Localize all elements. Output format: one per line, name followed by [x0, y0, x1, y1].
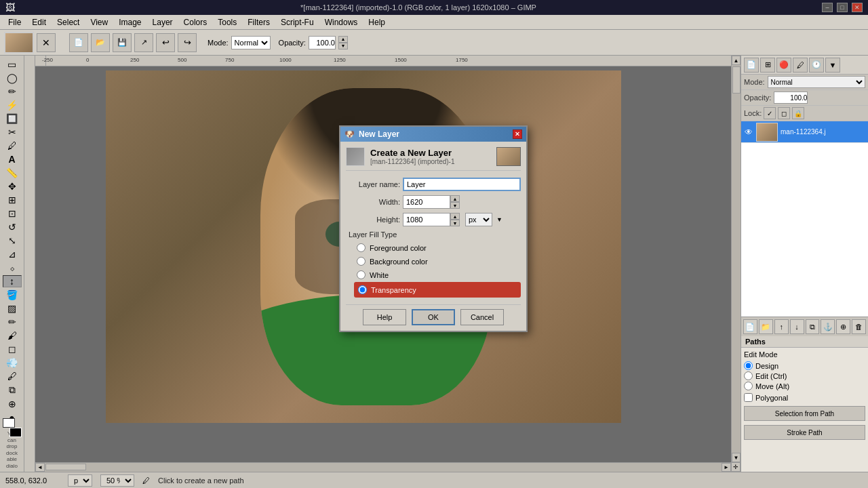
help-button[interactable]: Help	[363, 309, 406, 325]
move-radio[interactable]	[744, 382, 753, 390]
mode-select[interactable]: Normal	[231, 36, 271, 49]
new-layer-panel-icon[interactable]: 📄	[744, 58, 759, 73]
menu-edit[interactable]: Edit	[26, 16, 52, 28]
tool-blend[interactable]: ▨	[3, 302, 22, 314]
close-button[interactable]: ✕	[852, 3, 863, 12]
scroll-left-button[interactable]: ◄	[35, 463, 45, 472]
width-up-button[interactable]: ▲	[450, 195, 460, 202]
delete-layer-button[interactable]: 🗑	[852, 319, 866, 334]
tool-flip[interactable]: ↕	[3, 275, 22, 287]
height-unit-select[interactable]: px	[465, 213, 492, 226]
new-button[interactable]: 📄	[69, 33, 88, 52]
tool-paintbrush[interactable]: 🖌	[3, 329, 22, 342]
layer-name-input[interactable]	[403, 178, 521, 191]
horizontal-scrollbar[interactable]: ◄ ►	[35, 462, 731, 472]
menu-view[interactable]: View	[85, 16, 113, 28]
tool-shear[interactable]: ⊿	[3, 248, 22, 260]
undo-button[interactable]: ↩	[156, 33, 175, 52]
background-color-swatch[interactable]	[3, 418, 15, 428]
tool-ink[interactable]: 🖋	[3, 370, 22, 382]
anchor-layer-button[interactable]: ⚓	[821, 319, 835, 334]
tool-bucket-fill[interactable]: 🪣	[3, 289, 22, 301]
width-down-button[interactable]: ▼	[450, 202, 460, 209]
minimize-button[interactable]: –	[822, 3, 833, 12]
vertical-scrollbar[interactable]: ▲ ▼	[731, 56, 741, 462]
opacity-panel-input[interactable]	[774, 92, 808, 104]
fill-transparency-radio[interactable]	[358, 285, 367, 294]
lock-pixels-button[interactable]: ✓	[764, 107, 776, 119]
export-button[interactable]: ↗	[134, 33, 153, 52]
layer-visibility-icon[interactable]: 👁	[744, 127, 753, 137]
tool-scale[interactable]: ⤡	[3, 235, 22, 247]
layer-mode-select[interactable]: Normal	[768, 76, 865, 88]
menu-file[interactable]: File	[3, 16, 26, 28]
unit-select[interactable]: px	[68, 474, 92, 487]
tool-rotate[interactable]: ↺	[3, 221, 22, 233]
tool-fuzzy-select[interactable]: ⚡	[3, 99, 22, 111]
more-icon[interactable]: ▼	[825, 58, 840, 73]
fill-bg-radio[interactable]	[357, 257, 366, 266]
foreground-color-swatch[interactable]	[9, 428, 22, 437]
opacity-up-button[interactable]: ▲	[338, 36, 348, 43]
menu-tools[interactable]: Tools	[212, 16, 242, 28]
merge-layers-button[interactable]: ⊕	[836, 319, 850, 334]
tool-free-select[interactable]: ✏	[3, 85, 22, 98]
tool-airbrush[interactable]: 💨	[3, 357, 22, 369]
selection-from-path-button[interactable]: Selection from Path	[744, 406, 865, 421]
tool-paths[interactable]: 🖊	[3, 140, 22, 152]
layer-groups-icon[interactable]: ⊞	[760, 58, 775, 73]
tool-crop[interactable]: ⊡	[3, 207, 22, 220]
tool-scissors[interactable]: ✂	[3, 126, 22, 138]
channels-icon[interactable]: 🔴	[776, 58, 791, 73]
lock-alpha-button[interactable]: ◻	[778, 107, 790, 119]
width-input[interactable]	[403, 195, 450, 209]
save-button[interactable]: 💾	[113, 33, 132, 52]
scroll-down-button[interactable]: ▼	[732, 453, 741, 462]
lower-layer-button[interactable]: ↓	[790, 319, 804, 334]
fill-fg-radio[interactable]	[357, 243, 366, 252]
scroll-up-button[interactable]: ▲	[732, 56, 741, 65]
opacity-input[interactable]	[309, 36, 336, 49]
tool-perspective[interactable]: ⬦	[3, 262, 22, 274]
tool-clone[interactable]: ⧉	[3, 384, 22, 396]
raise-layer-button[interactable]: ↑	[774, 319, 789, 334]
new-layer-group-button[interactable]: 📁	[759, 319, 773, 334]
height-down-button[interactable]: ▼	[450, 220, 460, 226]
menu-image[interactable]: Image	[113, 16, 146, 28]
menu-scriptfu[interactable]: Script-Fu	[275, 16, 319, 28]
tool-move[interactable]: ✥	[3, 180, 22, 192]
design-radio[interactable]	[744, 361, 753, 370]
ok-button[interactable]: OK	[412, 309, 455, 325]
open-button[interactable]: 📂	[91, 33, 110, 52]
menu-colors[interactable]: Colors	[178, 16, 213, 28]
stroke-path-button[interactable]: Stroke Path	[744, 425, 865, 440]
menu-windows[interactable]: Windows	[319, 16, 363, 28]
new-layer-button[interactable]: 📄	[743, 319, 757, 334]
tool-align[interactable]: ⊞	[3, 194, 22, 206]
tool-text[interactable]: A	[3, 153, 22, 165]
scroll-thumb[interactable]	[732, 66, 741, 94]
fill-white-radio[interactable]	[357, 270, 366, 279]
menu-filters[interactable]: Filters	[242, 16, 275, 28]
edit-radio[interactable]	[744, 371, 753, 380]
tool-color-select[interactable]: 🔲	[3, 113, 22, 125]
menu-layer[interactable]: Layer	[147, 16, 178, 28]
menu-select[interactable]: Select	[52, 16, 85, 28]
close-thumbnail-button[interactable]: ✕	[37, 33, 56, 52]
tool-measure[interactable]: 📏	[3, 167, 22, 179]
tool-pencil[interactable]: ✏	[3, 316, 22, 328]
lock-position-button[interactable]: 🔒	[792, 107, 804, 119]
polygonal-checkbox[interactable]	[744, 393, 753, 402]
height-up-button[interactable]: ▲	[450, 213, 460, 220]
navigate-button[interactable]: ✛	[731, 462, 741, 472]
history-icon[interactable]: 🕐	[809, 58, 824, 73]
cancel-button[interactable]: Cancel	[460, 309, 504, 325]
redo-button[interactable]: ↪	[178, 33, 197, 52]
tool-eraser[interactable]: ◻	[3, 343, 22, 355]
h-scroll-thumb[interactable]	[45, 464, 86, 470]
tool-ellipse-select[interactable]: ◯	[3, 72, 22, 84]
tool-heal[interactable]: ⊕	[3, 398, 22, 410]
dialog-close-button[interactable]: ✕	[513, 129, 522, 139]
scroll-right-button[interactable]: ►	[722, 463, 731, 472]
tool-rect-select[interactable]: ▭	[3, 58, 22, 70]
